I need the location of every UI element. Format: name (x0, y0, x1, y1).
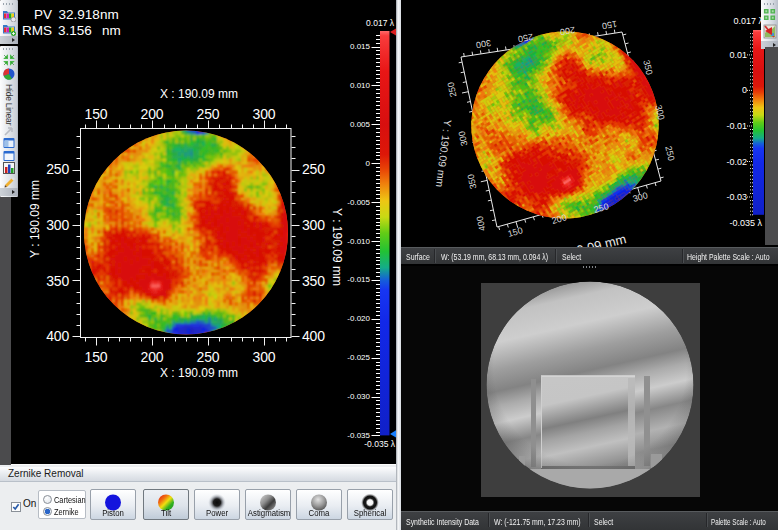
svg-text:X : 190.09 mm: X : 190.09 mm (160, 87, 238, 101)
svg-text:0.01: 0.01 (729, 50, 747, 60)
svg-text:200: 200 (141, 349, 164, 365)
svg-text:400: 400 (46, 328, 69, 344)
svg-text:300: 300 (475, 38, 491, 50)
svg-text:350: 350 (641, 59, 654, 76)
svg-text:250: 250 (197, 106, 220, 122)
svg-text:150: 150 (85, 349, 108, 365)
svg-text:350: 350 (302, 273, 325, 289)
svg-text:200: 200 (141, 106, 164, 122)
svg-text:350: 350 (466, 173, 479, 190)
svg-text:300: 300 (302, 217, 325, 233)
svg-text:150: 150 (85, 106, 108, 122)
svg-text:-0.01: -0.01 (726, 121, 747, 131)
svg-text:X : 190.09 mm: X : 190.09 mm (542, 231, 628, 247)
svg-text:X : 190.09 mm: X : 190.09 mm (160, 366, 238, 380)
svg-text:-0.03: -0.03 (726, 192, 747, 202)
svg-text:350: 350 (46, 273, 69, 289)
svg-text:-0.030: -0.030 (347, 392, 370, 401)
svg-text:-0.015: -0.015 (347, 275, 370, 284)
svg-text:300: 300 (253, 106, 276, 122)
svg-text:-0.035 λ: -0.035 λ (729, 218, 762, 228)
svg-text:0: 0 (742, 85, 747, 95)
svg-text:300: 300 (253, 349, 276, 365)
svg-text:0.017 λ: 0.017 λ (733, 16, 763, 26)
svg-text:300: 300 (632, 190, 649, 204)
svg-text:-0.035 λ: -0.035 λ (364, 439, 395, 449)
svg-text:-0.010: -0.010 (347, 237, 370, 246)
svg-text:-0.02: -0.02 (726, 157, 747, 167)
svg-text:0.017 λ: 0.017 λ (366, 18, 395, 28)
svg-text:400: 400 (475, 215, 488, 232)
svg-text:0.010: 0.010 (350, 81, 371, 90)
svg-text:-0.025: -0.025 (347, 353, 370, 362)
svg-text:250: 250 (446, 81, 459, 98)
svg-text:150: 150 (507, 225, 524, 239)
svg-text:0: 0 (366, 159, 371, 168)
svg-text:Y : 190.09 mm: Y : 190.09 mm (28, 180, 42, 258)
svg-text:-0.005: -0.005 (347, 198, 370, 207)
svg-text:Y : 190.09 mm: Y : 190.09 mm (330, 208, 344, 286)
svg-text:300: 300 (46, 217, 69, 233)
svg-text:250: 250 (302, 161, 325, 177)
svg-text:200: 200 (559, 25, 575, 37)
svg-text:-0.020: -0.020 (347, 314, 370, 323)
svg-text:250: 250 (663, 145, 676, 162)
svg-text:0.005: 0.005 (350, 120, 371, 129)
svg-text:0.015: 0.015 (350, 42, 371, 51)
svg-text:400: 400 (302, 328, 325, 344)
svg-text:Y : 190.09 mm: Y : 190.09 mm (434, 119, 454, 188)
svg-text:150: 150 (601, 19, 617, 31)
svg-text:250: 250 (46, 161, 69, 177)
svg-text:250: 250 (197, 349, 220, 365)
svg-text:300: 300 (457, 130, 470, 147)
svg-text:250: 250 (517, 32, 533, 44)
